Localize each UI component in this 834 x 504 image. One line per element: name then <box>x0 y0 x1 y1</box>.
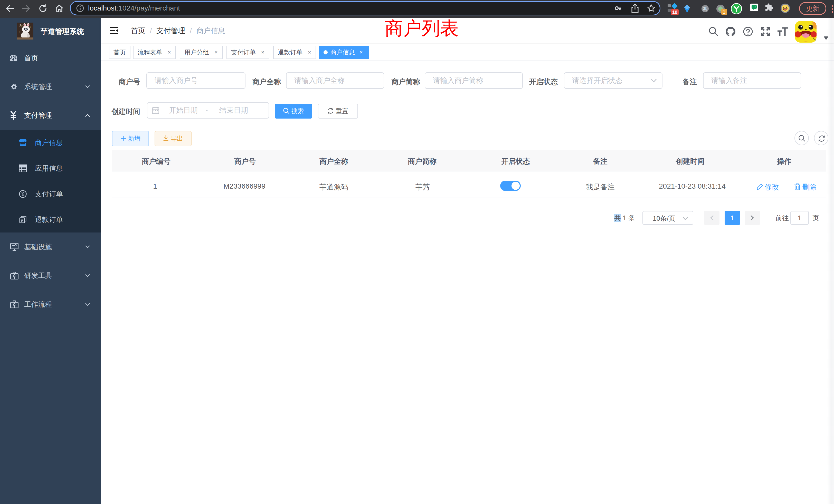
svg-text:⌘: ⌘ <box>703 6 708 12</box>
svg-text:10: 10 <box>672 10 677 15</box>
svg-text:1: 1 <box>723 9 725 15</box>
